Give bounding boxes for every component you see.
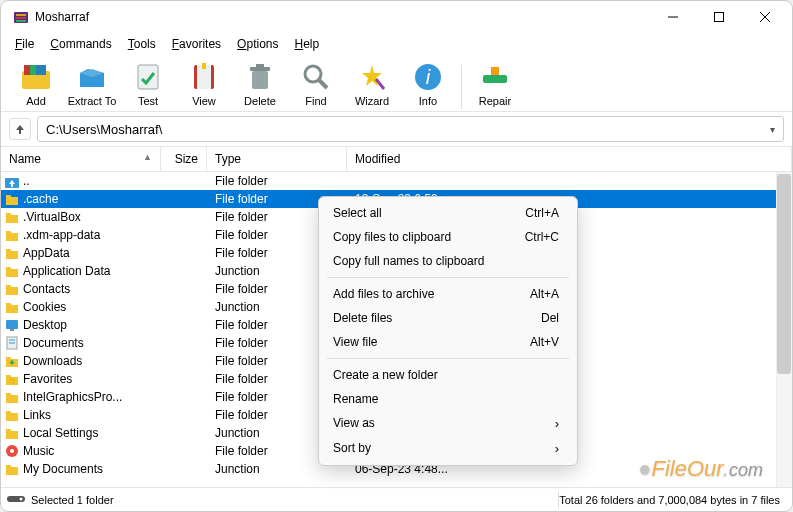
delete-icon: [244, 61, 276, 93]
status-selected: Selected 1 folder: [31, 494, 114, 506]
folder-icon: [5, 426, 19, 440]
folder-icon: [5, 300, 19, 314]
svg-text:i: i: [426, 66, 431, 88]
toolbar-wizard-button[interactable]: Wizard: [345, 59, 399, 109]
folder-icon: [5, 282, 19, 296]
column-type[interactable]: Type: [207, 147, 347, 171]
menu-options[interactable]: Options: [229, 35, 286, 53]
context-copy-files-to-clipboard[interactable]: Copy files to clipboardCtrl+C: [319, 225, 577, 249]
svg-line-20: [319, 80, 327, 88]
toolbar: AddExtract ToTestViewDeleteFindWizardiIn…: [1, 55, 792, 112]
path-text: C:\Users\Mosharraf\: [46, 122, 162, 137]
chevron-down-icon[interactable]: ▾: [770, 124, 775, 135]
cell-name: Contacts: [1, 282, 161, 296]
cell-name: Favorites: [1, 372, 161, 386]
context-create-a-new-folder[interactable]: Create a new folder: [319, 363, 577, 387]
close-button[interactable]: [742, 1, 788, 33]
folder-icon: [5, 264, 19, 278]
svg-rect-28: [10, 329, 14, 331]
sort-arrow-icon: ▲: [143, 152, 152, 166]
pathbar: C:\Users\Mosharraf\ ▾: [1, 112, 792, 147]
context-menu: Select allCtrl+ACopy files to clipboardC…: [318, 196, 578, 466]
cell-name: AppData: [1, 246, 161, 260]
menu-commands[interactable]: Commands: [42, 35, 119, 53]
up-button[interactable]: [9, 118, 31, 140]
shortcut: Ctrl+C: [525, 230, 559, 244]
cell-name: Documents: [1, 336, 161, 350]
cell-name: Links: [1, 408, 161, 422]
view-icon: [188, 61, 220, 93]
maximize-button[interactable]: [696, 1, 742, 33]
toolbar-extract-to-button[interactable]: Extract To: [65, 59, 119, 109]
context-view-as[interactable]: View as: [319, 411, 577, 436]
menu-help[interactable]: Help: [286, 35, 327, 53]
app-icon: [13, 9, 29, 25]
context-copy-full-names-to-clipboard[interactable]: Copy full names to clipboard: [319, 249, 577, 273]
toolbar-separator: [461, 65, 462, 109]
toolbar-delete-button[interactable]: Delete: [233, 59, 287, 109]
menu-file[interactable]: File: [7, 35, 42, 53]
fav-icon: [5, 372, 19, 386]
up-icon: [5, 174, 19, 188]
cell-name: .VirtualBox: [1, 210, 161, 224]
cell-name: ..: [1, 174, 161, 188]
repair-icon: [479, 61, 511, 93]
cell-name: Downloads: [1, 354, 161, 368]
toolbar-repair-button[interactable]: Repair: [468, 59, 522, 109]
folder-icon: [5, 408, 19, 422]
folder-icon: [5, 390, 19, 404]
context-rename[interactable]: Rename: [319, 387, 577, 411]
window-title: Mosharraf: [35, 10, 650, 24]
menubar: FileCommandsToolsFavoritesOptionsHelp: [1, 33, 792, 55]
scrollbar-thumb[interactable]: [777, 174, 791, 374]
column-modified[interactable]: Modified: [347, 147, 792, 171]
shortcut: Ctrl+A: [525, 206, 559, 220]
minimize-button[interactable]: [650, 1, 696, 33]
context-select-all[interactable]: Select allCtrl+A: [319, 201, 577, 225]
dl-icon: [5, 354, 19, 368]
toolbar-test-button[interactable]: Test: [121, 59, 175, 109]
menu-tools[interactable]: Tools: [120, 35, 164, 53]
find-icon: [300, 61, 332, 93]
folder-icon: [5, 246, 19, 260]
menu-favorites[interactable]: Favorites: [164, 35, 229, 53]
status-totals: Total 26 folders and 7,000,084 bytes in …: [559, 494, 792, 506]
column-size[interactable]: Size: [161, 147, 207, 171]
svg-rect-3: [16, 20, 26, 22]
shortcut: Alt+V: [530, 335, 559, 349]
svg-rect-5: [715, 13, 724, 22]
statusbar: Selected 1 folder Total 26 folders and 7…: [1, 487, 792, 511]
svg-rect-16: [252, 71, 268, 89]
path-input[interactable]: C:\Users\Mosharraf\ ▾: [37, 116, 784, 142]
svg-rect-12: [138, 65, 158, 89]
column-headers: Name ▲ Size Type Modified: [1, 147, 792, 172]
arrow-up-icon: [14, 123, 26, 135]
svg-rect-1: [16, 14, 26, 16]
context-delete-files[interactable]: Delete filesDel: [319, 306, 577, 330]
svg-rect-27: [6, 320, 18, 329]
toolbar-info-button[interactable]: iInfo: [401, 59, 455, 109]
toolbar-find-button[interactable]: Find: [289, 59, 343, 109]
shortcut: Alt+A: [530, 287, 559, 301]
drive-icon: [7, 494, 25, 506]
context-separator: [327, 277, 569, 278]
scrollbar[interactable]: [776, 172, 792, 487]
context-sort-by[interactable]: Sort by: [319, 436, 577, 461]
titlebar: Mosharraf: [1, 1, 792, 33]
context-view-file[interactable]: View fileAlt+V: [319, 330, 577, 354]
context-separator: [327, 358, 569, 359]
svg-rect-18: [256, 64, 264, 68]
info-icon: i: [412, 61, 444, 93]
column-name[interactable]: Name ▲: [1, 147, 161, 171]
cell-name: .xdm-app-data: [1, 228, 161, 242]
svg-rect-15: [202, 63, 206, 69]
folder-icon: [5, 228, 19, 242]
toolbar-view-button[interactable]: View: [177, 59, 231, 109]
file-row[interactable]: ..File folder: [1, 172, 792, 190]
toolbar-add-button[interactable]: Add: [9, 59, 63, 109]
context-add-files-to-archive[interactable]: Add files to archiveAlt+A: [319, 282, 577, 306]
cell-name: Application Data: [1, 264, 161, 278]
svg-rect-25: [491, 67, 499, 75]
svg-rect-11: [36, 65, 46, 75]
cell-name: My Documents: [1, 462, 161, 476]
